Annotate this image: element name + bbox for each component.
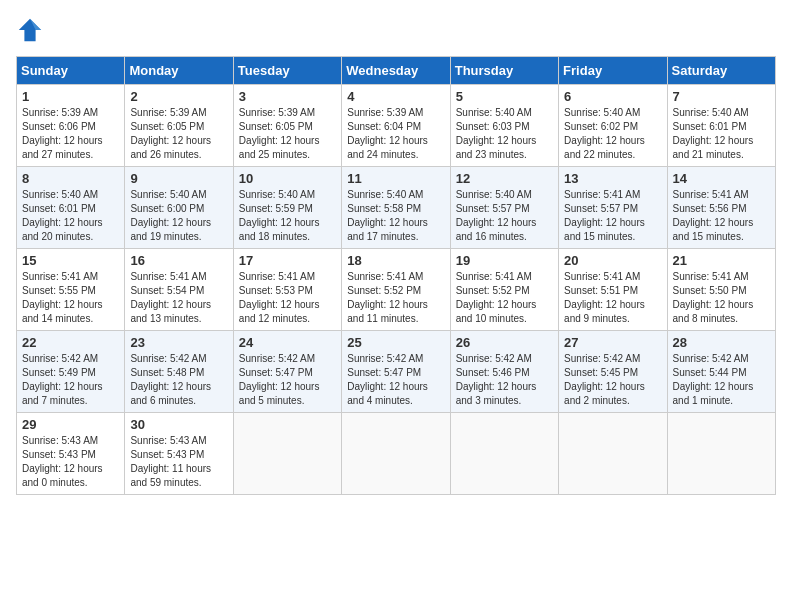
day-info: Sunrise: 5:41 AM Sunset: 5:53 PM Dayligh… bbox=[239, 270, 336, 326]
day-info: Sunrise: 5:40 AM Sunset: 6:00 PM Dayligh… bbox=[130, 188, 227, 244]
day-info: Sunrise: 5:40 AM Sunset: 6:03 PM Dayligh… bbox=[456, 106, 553, 162]
day-number: 10 bbox=[239, 171, 336, 186]
calendar-week-row: 22 Sunrise: 5:42 AM Sunset: 5:49 PM Dayl… bbox=[17, 331, 776, 413]
day-info: Sunrise: 5:42 AM Sunset: 5:47 PM Dayligh… bbox=[239, 352, 336, 408]
calendar-day-cell bbox=[233, 413, 341, 495]
calendar-day-cell: 16 Sunrise: 5:41 AM Sunset: 5:54 PM Dayl… bbox=[125, 249, 233, 331]
day-info: Sunrise: 5:41 AM Sunset: 5:54 PM Dayligh… bbox=[130, 270, 227, 326]
calendar-day-cell: 25 Sunrise: 5:42 AM Sunset: 5:47 PM Dayl… bbox=[342, 331, 450, 413]
day-number: 3 bbox=[239, 89, 336, 104]
day-number: 7 bbox=[673, 89, 770, 104]
calendar-day-cell: 4 Sunrise: 5:39 AM Sunset: 6:04 PM Dayli… bbox=[342, 85, 450, 167]
calendar-day-cell: 22 Sunrise: 5:42 AM Sunset: 5:49 PM Dayl… bbox=[17, 331, 125, 413]
calendar-day-cell bbox=[667, 413, 775, 495]
day-info: Sunrise: 5:39 AM Sunset: 6:05 PM Dayligh… bbox=[239, 106, 336, 162]
day-info: Sunrise: 5:39 AM Sunset: 6:04 PM Dayligh… bbox=[347, 106, 444, 162]
calendar-day-cell: 10 Sunrise: 5:40 AM Sunset: 5:59 PM Dayl… bbox=[233, 167, 341, 249]
calendar-day-cell: 27 Sunrise: 5:42 AM Sunset: 5:45 PM Dayl… bbox=[559, 331, 667, 413]
day-info: Sunrise: 5:41 AM Sunset: 5:56 PM Dayligh… bbox=[673, 188, 770, 244]
calendar-day-cell: 17 Sunrise: 5:41 AM Sunset: 5:53 PM Dayl… bbox=[233, 249, 341, 331]
calendar-header-cell: Wednesday bbox=[342, 57, 450, 85]
day-number: 14 bbox=[673, 171, 770, 186]
day-number: 19 bbox=[456, 253, 553, 268]
day-number: 2 bbox=[130, 89, 227, 104]
day-number: 23 bbox=[130, 335, 227, 350]
day-number: 20 bbox=[564, 253, 661, 268]
day-number: 13 bbox=[564, 171, 661, 186]
day-number: 12 bbox=[456, 171, 553, 186]
day-info: Sunrise: 5:39 AM Sunset: 6:06 PM Dayligh… bbox=[22, 106, 119, 162]
day-info: Sunrise: 5:43 AM Sunset: 5:43 PM Dayligh… bbox=[130, 434, 227, 490]
calendar-day-cell: 21 Sunrise: 5:41 AM Sunset: 5:50 PM Dayl… bbox=[667, 249, 775, 331]
calendar-day-cell: 6 Sunrise: 5:40 AM Sunset: 6:02 PM Dayli… bbox=[559, 85, 667, 167]
calendar-day-cell bbox=[342, 413, 450, 495]
calendar-day-cell: 13 Sunrise: 5:41 AM Sunset: 5:57 PM Dayl… bbox=[559, 167, 667, 249]
day-info: Sunrise: 5:42 AM Sunset: 5:47 PM Dayligh… bbox=[347, 352, 444, 408]
day-info: Sunrise: 5:42 AM Sunset: 5:46 PM Dayligh… bbox=[456, 352, 553, 408]
day-number: 1 bbox=[22, 89, 119, 104]
calendar-day-cell: 12 Sunrise: 5:40 AM Sunset: 5:57 PM Dayl… bbox=[450, 167, 558, 249]
day-number: 18 bbox=[347, 253, 444, 268]
calendar-day-cell: 19 Sunrise: 5:41 AM Sunset: 5:52 PM Dayl… bbox=[450, 249, 558, 331]
calendar-day-cell: 8 Sunrise: 5:40 AM Sunset: 6:01 PM Dayli… bbox=[17, 167, 125, 249]
day-info: Sunrise: 5:40 AM Sunset: 6:02 PM Dayligh… bbox=[564, 106, 661, 162]
page-header bbox=[16, 16, 776, 44]
day-number: 4 bbox=[347, 89, 444, 104]
day-number: 25 bbox=[347, 335, 444, 350]
calendar-day-cell: 14 Sunrise: 5:41 AM Sunset: 5:56 PM Dayl… bbox=[667, 167, 775, 249]
day-number: 24 bbox=[239, 335, 336, 350]
calendar-day-cell: 26 Sunrise: 5:42 AM Sunset: 5:46 PM Dayl… bbox=[450, 331, 558, 413]
day-info: Sunrise: 5:41 AM Sunset: 5:57 PM Dayligh… bbox=[564, 188, 661, 244]
day-number: 22 bbox=[22, 335, 119, 350]
day-number: 9 bbox=[130, 171, 227, 186]
day-info: Sunrise: 5:42 AM Sunset: 5:45 PM Dayligh… bbox=[564, 352, 661, 408]
calendar-header-cell: Thursday bbox=[450, 57, 558, 85]
calendar-table: SundayMondayTuesdayWednesdayThursdayFrid… bbox=[16, 56, 776, 495]
calendar-header-cell: Sunday bbox=[17, 57, 125, 85]
calendar-day-cell: 1 Sunrise: 5:39 AM Sunset: 6:06 PM Dayli… bbox=[17, 85, 125, 167]
calendar-day-cell: 28 Sunrise: 5:42 AM Sunset: 5:44 PM Dayl… bbox=[667, 331, 775, 413]
calendar-week-row: 1 Sunrise: 5:39 AM Sunset: 6:06 PM Dayli… bbox=[17, 85, 776, 167]
day-number: 29 bbox=[22, 417, 119, 432]
calendar-day-cell: 15 Sunrise: 5:41 AM Sunset: 5:55 PM Dayl… bbox=[17, 249, 125, 331]
logo-icon bbox=[16, 16, 44, 44]
day-info: Sunrise: 5:40 AM Sunset: 6:01 PM Dayligh… bbox=[22, 188, 119, 244]
day-info: Sunrise: 5:41 AM Sunset: 5:51 PM Dayligh… bbox=[564, 270, 661, 326]
calendar-day-cell: 7 Sunrise: 5:40 AM Sunset: 6:01 PM Dayli… bbox=[667, 85, 775, 167]
calendar-body: 1 Sunrise: 5:39 AM Sunset: 6:06 PM Dayli… bbox=[17, 85, 776, 495]
day-number: 6 bbox=[564, 89, 661, 104]
day-info: Sunrise: 5:42 AM Sunset: 5:49 PM Dayligh… bbox=[22, 352, 119, 408]
day-number: 11 bbox=[347, 171, 444, 186]
day-info: Sunrise: 5:43 AM Sunset: 5:43 PM Dayligh… bbox=[22, 434, 119, 490]
day-info: Sunrise: 5:40 AM Sunset: 5:58 PM Dayligh… bbox=[347, 188, 444, 244]
calendar-day-cell bbox=[450, 413, 558, 495]
calendar-day-cell: 20 Sunrise: 5:41 AM Sunset: 5:51 PM Dayl… bbox=[559, 249, 667, 331]
calendar-day-cell: 11 Sunrise: 5:40 AM Sunset: 5:58 PM Dayl… bbox=[342, 167, 450, 249]
calendar-week-row: 29 Sunrise: 5:43 AM Sunset: 5:43 PM Dayl… bbox=[17, 413, 776, 495]
calendar-week-row: 15 Sunrise: 5:41 AM Sunset: 5:55 PM Dayl… bbox=[17, 249, 776, 331]
logo bbox=[16, 16, 48, 44]
calendar-day-cell: 5 Sunrise: 5:40 AM Sunset: 6:03 PM Dayli… bbox=[450, 85, 558, 167]
calendar-day-cell bbox=[559, 413, 667, 495]
calendar-day-cell: 24 Sunrise: 5:42 AM Sunset: 5:47 PM Dayl… bbox=[233, 331, 341, 413]
calendar-header-cell: Tuesday bbox=[233, 57, 341, 85]
calendar-week-row: 8 Sunrise: 5:40 AM Sunset: 6:01 PM Dayli… bbox=[17, 167, 776, 249]
day-info: Sunrise: 5:42 AM Sunset: 5:44 PM Dayligh… bbox=[673, 352, 770, 408]
day-info: Sunrise: 5:42 AM Sunset: 5:48 PM Dayligh… bbox=[130, 352, 227, 408]
day-info: Sunrise: 5:41 AM Sunset: 5:52 PM Dayligh… bbox=[456, 270, 553, 326]
day-info: Sunrise: 5:41 AM Sunset: 5:50 PM Dayligh… bbox=[673, 270, 770, 326]
day-number: 30 bbox=[130, 417, 227, 432]
calendar-header-cell: Saturday bbox=[667, 57, 775, 85]
day-info: Sunrise: 5:40 AM Sunset: 5:59 PM Dayligh… bbox=[239, 188, 336, 244]
calendar-day-cell: 18 Sunrise: 5:41 AM Sunset: 5:52 PM Dayl… bbox=[342, 249, 450, 331]
day-number: 28 bbox=[673, 335, 770, 350]
day-info: Sunrise: 5:40 AM Sunset: 6:01 PM Dayligh… bbox=[673, 106, 770, 162]
calendar-day-cell: 29 Sunrise: 5:43 AM Sunset: 5:43 PM Dayl… bbox=[17, 413, 125, 495]
day-info: Sunrise: 5:40 AM Sunset: 5:57 PM Dayligh… bbox=[456, 188, 553, 244]
calendar-day-cell: 2 Sunrise: 5:39 AM Sunset: 6:05 PM Dayli… bbox=[125, 85, 233, 167]
day-number: 17 bbox=[239, 253, 336, 268]
calendar-day-cell: 3 Sunrise: 5:39 AM Sunset: 6:05 PM Dayli… bbox=[233, 85, 341, 167]
calendar-day-cell: 30 Sunrise: 5:43 AM Sunset: 5:43 PM Dayl… bbox=[125, 413, 233, 495]
day-number: 5 bbox=[456, 89, 553, 104]
day-number: 27 bbox=[564, 335, 661, 350]
